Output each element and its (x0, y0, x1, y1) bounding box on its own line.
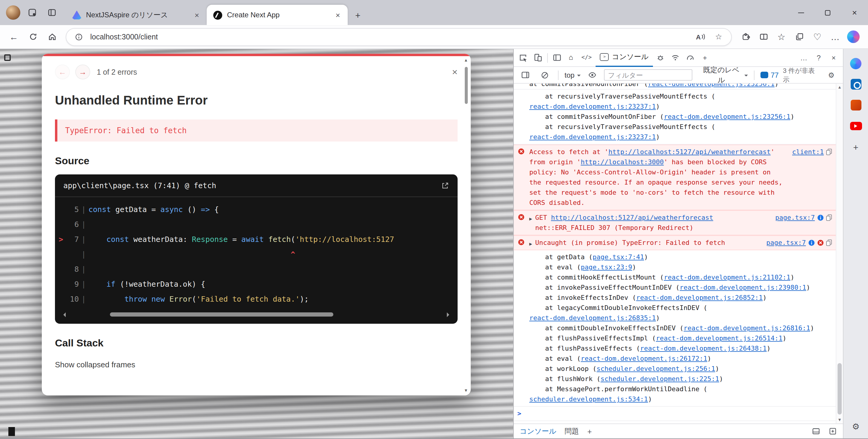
source-location-link[interactable]: react-dom.development.js:23237:1 (529, 133, 656, 141)
show-collapsed-frames[interactable]: Show collapsed frames (55, 360, 458, 369)
source-location-link[interactable]: http://localhost:3000 (581, 158, 664, 166)
read-aloud-icon[interactable]: A (694, 30, 707, 43)
address-bar[interactable]: localhost:3000/client A ☆ (66, 28, 732, 46)
live-expression-eye-icon[interactable] (585, 67, 599, 83)
more-tabs-icon[interactable]: + (698, 50, 712, 65)
console-message[interactable]: Access to fetch at 'http://localhost:512… (514, 145, 836, 210)
tab-actions-icon[interactable] (44, 5, 60, 20)
scrollbar-thumb[interactable] (465, 67, 468, 104)
tab-elements[interactable]: </> (577, 49, 596, 67)
site-info-icon[interactable] (72, 30, 86, 43)
scroll-up-icon[interactable]: ▲ (463, 58, 469, 62)
tab-create-next-app[interactable]: Create Next App × (207, 5, 348, 25)
panel-layout-icon[interactable] (812, 427, 820, 435)
network-icon[interactable] (668, 50, 683, 65)
console-message[interactable]: ▶GET http://localhost:5127/api/weatherfo… (514, 210, 836, 235)
console-message[interactable]: at getData (page.tsx:7:41) at eval (page… (514, 250, 836, 407)
issues-counter[interactable]: 77 (761, 71, 779, 79)
previous-error-button[interactable]: ← (55, 64, 70, 80)
dismiss-error-icon[interactable]: × (452, 67, 458, 77)
refresh-button[interactable] (24, 28, 42, 46)
console-message[interactable]: ▶Uncaught (in promise) TypeError: Failed… (514, 235, 836, 250)
log-level-selector[interactable]: 既定のレベル (701, 65, 748, 85)
tab-welcome[interactable]: ⌂ (564, 49, 577, 67)
expand-arrow-icon[interactable]: ▶ (529, 214, 532, 224)
clear-console-icon[interactable] (537, 67, 552, 83)
open-in-editor-icon[interactable] (441, 181, 449, 190)
console-prompt[interactable]: > (514, 407, 836, 421)
modal-scrollbar[interactable]: ▲ ▼ (463, 58, 469, 393)
url-text[interactable]: localhost:3000/client (90, 33, 158, 41)
source-location-link[interactable]: http://localhost:5127/api/weatherforecas… (551, 214, 713, 222)
activity-bar-icon[interactable] (550, 50, 564, 65)
drawer-tab-console[interactable]: コンソール (520, 426, 556, 436)
info-icon[interactable] (817, 214, 824, 221)
browser-essentials-icon[interactable]: ♡ (808, 28, 826, 46)
profile-avatar[interactable] (6, 5, 20, 20)
close-window-button[interactable]: × (841, 0, 868, 25)
source-location-link[interactable]: scheduler.development.js:534:1 (529, 396, 648, 403)
scroll-down-icon[interactable]: ▼ (836, 417, 843, 422)
source-location-link[interactable]: react-dom.development.js:23237:1 (529, 103, 656, 111)
close-tab-icon[interactable]: × (192, 10, 202, 20)
error-icon[interactable] (817, 240, 824, 246)
scroll-up-icon[interactable]: ▲ (836, 85, 843, 90)
scroll-left-icon[interactable] (63, 312, 66, 317)
source-location-link[interactable]: http://localhost:5127/api/weatherforecas… (609, 148, 771, 156)
copy-icon[interactable] (826, 214, 832, 221)
info-icon[interactable] (808, 240, 815, 246)
inspect-element-icon[interactable] (516, 50, 530, 65)
console-sidebar-icon[interactable] (518, 67, 533, 83)
console-message[interactable]: at recursivelyTraversePassiveMountEffect… (514, 90, 836, 145)
source-location-link[interactable]: scheduler.development.js:256:1 (596, 365, 715, 373)
outlook-sidebar-icon[interactable] (848, 77, 863, 91)
scrollbar-thumb[interactable] (110, 312, 333, 317)
next-error-button[interactable]: → (75, 64, 90, 80)
split-screen-icon[interactable] (754, 28, 772, 46)
copilot-sidebar-icon[interactable] (848, 56, 863, 70)
source-location-link[interactable]: react-dom.development.js:26438:1 (640, 345, 767, 352)
tab-console[interactable]: > コンソール (596, 49, 653, 67)
source-location-link[interactable]: page.tsx:23:9 (581, 263, 632, 271)
home-button[interactable] (43, 28, 61, 46)
tab-nextjs-aspire[interactable]: NextJSAspire のリソース × (66, 5, 207, 25)
code-horizontal-scrollbar[interactable] (63, 312, 449, 318)
add-drawer-tab-icon[interactable]: + (587, 427, 592, 436)
source-location-link[interactable]: react-dom.development.js:26816:1 (684, 324, 810, 332)
scroll-down-icon[interactable]: ▼ (463, 388, 469, 393)
expand-panel-icon[interactable] (829, 427, 837, 435)
source-location-link[interactable]: scheduler.development.js:225:1 (600, 375, 719, 383)
source-location-link[interactable]: react-dom.development.js:26514:1 (656, 335, 782, 342)
drawer-tab-issues[interactable]: 問題 (564, 426, 579, 436)
extensions-icon[interactable] (737, 28, 754, 46)
back-button[interactable]: ← (5, 28, 23, 46)
minimize-button[interactable] (787, 0, 814, 25)
source-location-link[interactable]: react-dom.development.js:21102:1 (664, 274, 790, 281)
settings-more-icon[interactable]: … (826, 28, 844, 46)
debugger-icon[interactable] (653, 50, 668, 65)
message-source-link[interactable]: page.tsx:7 (767, 238, 806, 248)
new-tab-button[interactable]: + (350, 7, 366, 23)
source-location-link[interactable]: react-dom.development.js:26172:1 (581, 355, 707, 363)
console-message[interactable]: at commitPassiveMountOnFiber (react-dom.… (514, 84, 836, 90)
workspaces-icon[interactable] (25, 5, 40, 20)
source-location-link[interactable]: react-dom.development.js:26852:1 (636, 294, 763, 302)
copy-icon[interactable] (826, 240, 832, 246)
close-devtools-icon[interactable]: × (826, 50, 841, 65)
close-tab-icon[interactable]: × (333, 10, 343, 20)
source-location-link[interactable]: react-dom.development.js:23256:1 (664, 113, 790, 121)
maximize-button[interactable] (814, 0, 841, 25)
source-location-link[interactable]: react-dom.development.js:26835:1 (529, 314, 656, 322)
console-settings-gear-icon[interactable]: ⚙ (824, 67, 839, 83)
scrollbar-thumb[interactable] (838, 363, 842, 414)
nextjs-dev-indicator-icon[interactable] (4, 54, 11, 61)
scroll-right-icon[interactable] (447, 312, 449, 317)
expand-arrow-icon[interactable]: ▶ (529, 239, 532, 249)
copilot-icon[interactable] (847, 30, 860, 43)
message-source-link[interactable]: page.tsx:7 (775, 213, 815, 223)
context-selector[interactable]: top (564, 71, 580, 79)
filter-input[interactable] (603, 69, 692, 81)
performance-icon[interactable] (683, 50, 698, 65)
customize-sidebar-icon[interactable]: + (848, 140, 863, 154)
youtube-sidebar-icon[interactable] (848, 119, 863, 133)
